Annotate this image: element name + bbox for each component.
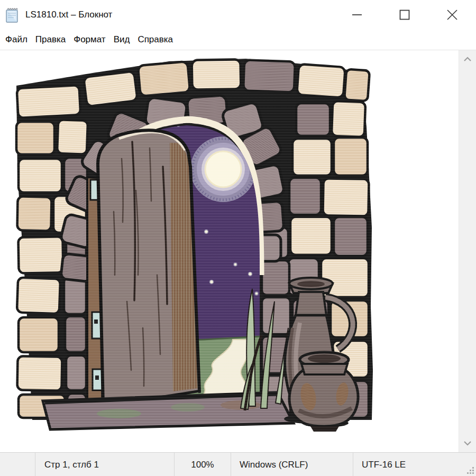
status-cursor-position: Стр 1, стлб 1 bbox=[35, 453, 175, 476]
menu-bar: Файл Правка Формат Вид Справка bbox=[0, 29, 476, 50]
scroll-up-button[interactable] bbox=[459, 52, 476, 66]
menu-edit[interactable]: Правка bbox=[35, 34, 66, 45]
vertical-scrollbar[interactable] bbox=[459, 50, 476, 452]
notepad-icon bbox=[5, 6, 21, 23]
maximize-button[interactable] bbox=[381, 0, 428, 29]
artwork-stone-doorway bbox=[13, 53, 386, 436]
chevron-up-icon bbox=[463, 57, 472, 62]
text-editing-area[interactable] bbox=[0, 50, 476, 452]
scroll-down-button[interactable] bbox=[459, 436, 476, 450]
minimize-icon bbox=[351, 9, 363, 21]
wooden-door bbox=[98, 130, 199, 406]
status-empty-cell bbox=[0, 453, 35, 476]
status-bar: Стр 1, стлб 1 100% Windows (CRLF) UTF-16… bbox=[0, 452, 476, 476]
menu-format[interactable]: Формат bbox=[74, 34, 105, 45]
menu-file[interactable]: Файл bbox=[5, 34, 28, 45]
close-button[interactable] bbox=[428, 0, 476, 29]
status-line-ending: Windows (CRLF) bbox=[231, 453, 353, 476]
window-title: LS1810.txt – Блокнот bbox=[25, 10, 112, 20]
maximize-icon bbox=[399, 9, 410, 21]
chevron-down-icon bbox=[463, 441, 472, 446]
close-icon bbox=[446, 8, 459, 21]
resize-grip[interactable] bbox=[466, 466, 474, 475]
notepad-window: LS1810.txt – Блокнот Файл Правка Формат … bbox=[0, 0, 476, 476]
menu-view[interactable]: Вид bbox=[114, 34, 130, 45]
title-bar: LS1810.txt – Блокнот bbox=[0, 0, 476, 29]
minimize-button[interactable] bbox=[333, 0, 381, 29]
status-zoom-level: 100% bbox=[175, 453, 231, 476]
status-encoding: UTF-16 LE bbox=[353, 453, 476, 476]
menu-help[interactable]: Справка bbox=[138, 34, 173, 45]
